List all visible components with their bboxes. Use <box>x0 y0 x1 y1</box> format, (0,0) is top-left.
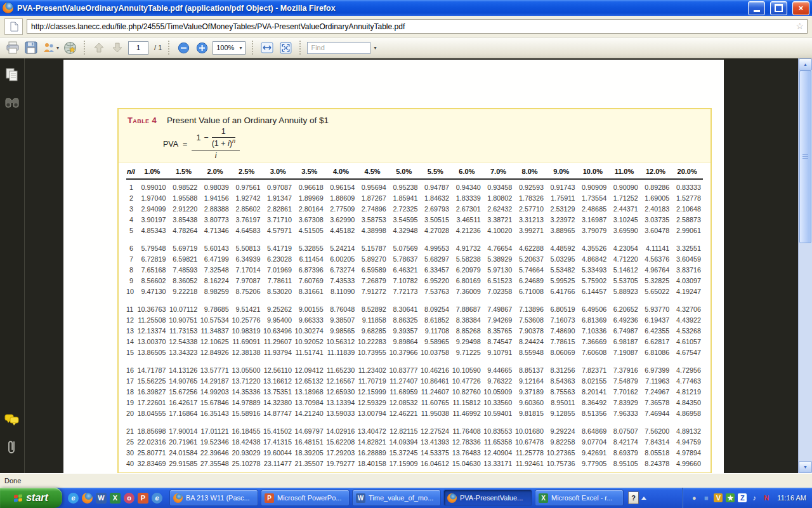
tray-z-icon[interactable]: Z <box>738 493 747 502</box>
word-icon[interactable]: W <box>96 493 107 504</box>
attachments-panel-button[interactable] <box>3 439 21 457</box>
table-cell: 4.11141 <box>640 243 672 254</box>
pages-panel-button[interactable] <box>3 66 21 84</box>
tray-green-icon[interactable]: ★ <box>726 493 735 502</box>
table-cell: 13.70984 <box>294 398 325 408</box>
page-number-input[interactable] <box>128 41 148 55</box>
table-cell: 1.69005 <box>640 193 672 204</box>
start-label: start <box>26 492 48 504</box>
table-cell: 22.02316 <box>136 437 168 448</box>
scrollbar-thumb[interactable] <box>799 70 811 243</box>
bookmark-star-icon[interactable]: ☆ <box>796 20 804 32</box>
page-favicon-button[interactable] <box>4 18 23 35</box>
scrollbar-track[interactable] <box>799 70 812 461</box>
vertical-scrollbar[interactable]: ▲ ▼ <box>798 58 812 473</box>
outlook-icon[interactable]: e <box>152 493 162 504</box>
table-cell-n: 19 <box>126 398 136 408</box>
powerpoint-icon[interactable]: P <box>138 493 148 504</box>
table-row: 1413.0037012.5433812.1062511.6909111.296… <box>126 337 703 347</box>
zoom-level-select[interactable]: 100% ▾ <box>213 41 246 55</box>
table-cell: 4.57971 <box>262 225 294 236</box>
table-cell: 7.53608 <box>514 315 546 326</box>
zoom-in-button[interactable] <box>194 40 209 55</box>
internet-explorer-icon[interactable]: e <box>68 493 79 504</box>
table-row: 109.471309.222188.982598.752068.530208.3… <box>126 286 703 297</box>
fit-page-button[interactable] <box>278 40 293 55</box>
tray-app-icon[interactable]: ■ <box>702 493 710 502</box>
taskbar-window-button[interactable]: XMicrosoft Excel - r... <box>535 490 624 506</box>
table-cell: 4.89132 <box>671 426 703 437</box>
scroll-down-button[interactable]: ▼ <box>799 461 812 473</box>
table-cell: 7.54879 <box>608 376 640 387</box>
taskbar-window-button[interactable]: WTime_value_of_mo... <box>352 490 441 506</box>
table-cell: 4.67547 <box>671 347 703 358</box>
table-cell: 5.79548 <box>136 243 168 254</box>
table-cell: 13.34323 <box>168 347 200 358</box>
start-button[interactable]: start <box>0 488 62 508</box>
table-cell: 8.24424 <box>514 337 546 347</box>
tray-update-icon[interactable]: ● <box>690 493 698 502</box>
fit-width-button[interactable] <box>259 40 275 55</box>
scroll-up-button[interactable]: ▲ <box>799 58 812 70</box>
search-panel-button[interactable] <box>3 94 21 112</box>
comments-panel-button[interactable] <box>3 411 21 429</box>
next-page-button[interactable] <box>110 40 125 55</box>
excel-icon[interactable]: X <box>110 493 121 504</box>
table-row: 98.566028.360528.162247.970877.786117.60… <box>126 276 703 286</box>
table-cell: 2.88388 <box>199 204 231 215</box>
table-cell: 5.53705 <box>608 276 640 286</box>
save-button[interactable] <box>23 40 39 55</box>
table-cell: 10.83777 <box>388 365 420 376</box>
taskbar-window-button[interactable]: PMicrosoft PowerPo... <box>261 490 350 506</box>
minimize-button[interactable] <box>748 1 765 15</box>
table-cell: 6.71008 <box>514 286 546 297</box>
firefox-icon[interactable] <box>82 493 93 504</box>
taskbar-window-button[interactable]: PVA-PresentValue... <box>443 490 532 506</box>
language-bar-icon[interactable]: ? <box>628 491 639 504</box>
table-cell: 1.94156 <box>199 193 231 204</box>
access-key-icon[interactable]: o <box>124 493 134 504</box>
find-dropdown-arrow-icon[interactable]: ▾ <box>374 45 376 51</box>
collaborate-button[interactable]: ▾ <box>42 40 59 55</box>
table-cell: 6.00205 <box>325 254 357 265</box>
table-cell: 9.58965 <box>419 337 451 347</box>
taskbar-clock: 11:16 AM <box>777 494 806 502</box>
restore-button[interactable] <box>770 1 787 15</box>
table-cell: 8.95105 <box>608 458 640 469</box>
table-cell: 8.31661 <box>294 286 325 297</box>
table-cell: 12.38138 <box>231 347 263 358</box>
print-button[interactable] <box>5 40 20 55</box>
close-button[interactable]: × <box>792 1 809 15</box>
table-cell-n: 18 <box>126 387 136 398</box>
zoom-out-button[interactable] <box>176 40 191 55</box>
acrobat-online-button[interactable] <box>62 40 77 55</box>
table-cell: 11.27407 <box>388 376 420 387</box>
table-cell: 6.81369 <box>577 315 609 326</box>
url-input[interactable] <box>27 19 808 34</box>
taskbar-window-button[interactable]: BA 213 W11 (Pasc... <box>169 490 258 506</box>
table-cell: 13.75351 <box>262 387 294 398</box>
previous-page-button[interactable] <box>91 40 107 55</box>
table-cell: 4.10020 <box>483 225 514 236</box>
table-cell: 0.90090 <box>608 179 640 193</box>
table-cell: 8.69379 <box>608 448 640 458</box>
table-cell: 32.83469 <box>136 458 168 469</box>
find-input[interactable] <box>307 42 370 54</box>
table-cell: 9.38507 <box>325 315 357 326</box>
table-row: 1110.3676310.071129.786859.514219.252629… <box>126 304 703 315</box>
table-cell-n: 3 <box>126 204 136 215</box>
table-cell: 7.60769 <box>294 276 325 286</box>
table-cell-n: 13 <box>126 326 136 337</box>
table-cell: 7.11963 <box>640 376 672 387</box>
tray-volume-icon[interactable]: ♪ <box>750 493 759 502</box>
tray-shield-icon[interactable]: V <box>714 493 723 502</box>
table-row: 2018.0455517.1686416.3514315.5891614.877… <box>126 408 703 419</box>
table-cell: 14.99203 <box>199 387 231 398</box>
table-cell: 8.85137 <box>514 365 546 376</box>
table-cell: 14.87747 <box>262 408 294 419</box>
table-cell: 13.33171 <box>483 458 514 469</box>
table-cell: 8.75563 <box>546 387 577 398</box>
tray-n-icon[interactable]: N <box>762 493 771 502</box>
table-cell: 13.76483 <box>451 448 483 458</box>
taskbar-expand-chevron-icon[interactable] <box>641 497 646 500</box>
